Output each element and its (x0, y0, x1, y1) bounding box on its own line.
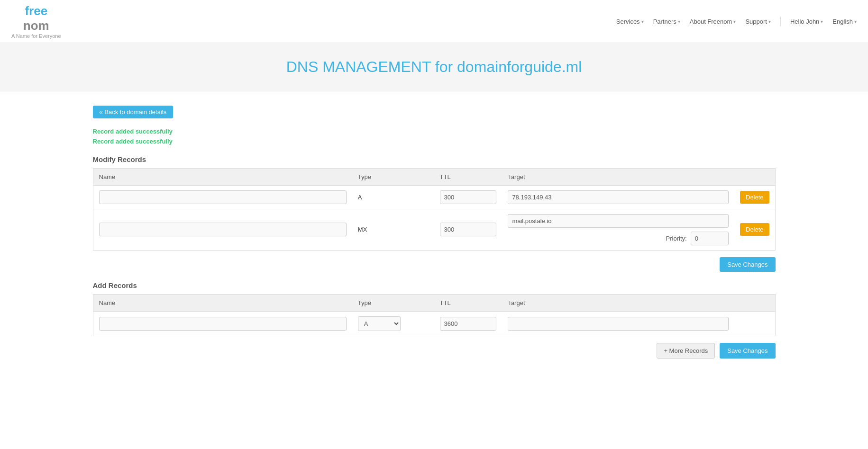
add-ttl-input[interactable] (440, 317, 497, 331)
logo: freenom A Name for Everyone (11, 4, 61, 39)
chevron-down-icon: ▾ (641, 19, 644, 24)
nav-about[interactable]: About Freenom ▾ (690, 18, 736, 25)
col-header-action (734, 168, 775, 185)
modify-records-table: Name Type TTL Target A (93, 168, 776, 251)
table-row: MX Priority: Delete (93, 209, 775, 250)
success-messages: Record added successfully Record added s… (93, 127, 776, 147)
modify-type-2: MX (358, 226, 367, 233)
modify-records-title: Modify Records (93, 155, 776, 163)
modify-name-input-2[interactable] (99, 223, 347, 236)
priority-row: Priority: (508, 232, 728, 245)
logo-tagline: A Name for Everyone (11, 33, 61, 39)
add-name-input[interactable] (99, 317, 347, 331)
modify-save-button[interactable]: Save Changes (720, 257, 775, 272)
nav-language[interactable]: English ▾ (832, 18, 857, 25)
nav-divider (780, 17, 781, 26)
nav-support[interactable]: Support ▾ (745, 18, 771, 25)
delete-button-1[interactable]: Delete (740, 191, 769, 204)
mx-target-wrap: Priority: (508, 214, 728, 245)
modify-type-1: A (358, 194, 362, 201)
logo-nom: nom (23, 18, 49, 33)
bottom-actions: + More Records Save Changes (93, 343, 776, 359)
page-title: DNS MANAGEMENT for domainforguide.ml (0, 58, 868, 76)
add-type-select[interactable]: A AAAA CNAME MX TXT (358, 316, 401, 331)
col-header-ttl: TTL (434, 168, 503, 185)
logo-free: free (25, 4, 47, 18)
chevron-down-icon: ▾ (768, 19, 771, 24)
chevron-down-icon: ▾ (854, 19, 857, 24)
success-msg-2: Record added successfully (93, 137, 776, 147)
add-col-header-target: Target (502, 294, 734, 311)
nav-user[interactable]: Hello John ▾ (790, 18, 823, 25)
navbar-right: Services ▾ Partners ▾ About Freenom ▾ Su… (616, 17, 857, 26)
navbar: freenom A Name for Everyone Services ▾ P… (0, 0, 868, 43)
modify-target-input-2[interactable] (508, 214, 728, 228)
table-row: A AAAA CNAME MX TXT (93, 311, 775, 336)
nav-partners[interactable]: Partners ▾ (653, 18, 680, 25)
chevron-down-icon: ▾ (678, 19, 680, 24)
add-col-header-ttl: TTL (434, 294, 503, 311)
add-records-table: Name Type TTL Target A AAAA CNAME MX (93, 294, 776, 336)
col-header-type: Type (352, 168, 434, 185)
col-header-target: Target (502, 168, 734, 185)
col-header-name: Name (93, 168, 352, 185)
modify-name-input-1[interactable] (99, 190, 347, 204)
add-col-header-name: Name (93, 294, 352, 311)
add-col-header-type: Type (352, 294, 434, 311)
chevron-down-icon: ▾ (733, 19, 736, 24)
add-target-input[interactable] (508, 317, 728, 331)
nav-services[interactable]: Services ▾ (616, 18, 644, 25)
modify-ttl-input-1[interactable] (440, 190, 497, 204)
priority-input[interactable] (691, 232, 729, 245)
priority-label: Priority: (666, 235, 687, 242)
more-records-button[interactable]: + More Records (657, 343, 715, 359)
modify-save-row: Save Changes (93, 257, 776, 272)
modify-ttl-input-2[interactable] (440, 223, 497, 236)
add-save-button[interactable]: Save Changes (720, 343, 775, 359)
modify-target-input-1[interactable] (508, 190, 728, 204)
table-row: A Delete (93, 185, 775, 209)
add-records-title: Add Records (93, 281, 776, 289)
add-col-header-action (734, 294, 775, 311)
chevron-down-icon: ▾ (821, 19, 823, 24)
success-msg-1: Record added successfully (93, 127, 776, 137)
delete-button-2[interactable]: Delete (740, 223, 769, 236)
back-button[interactable]: « Back to domain details (93, 106, 174, 118)
page-header: DNS MANAGEMENT for domainforguide.ml (0, 43, 868, 91)
main-content: « Back to domain details Record added su… (74, 91, 795, 373)
